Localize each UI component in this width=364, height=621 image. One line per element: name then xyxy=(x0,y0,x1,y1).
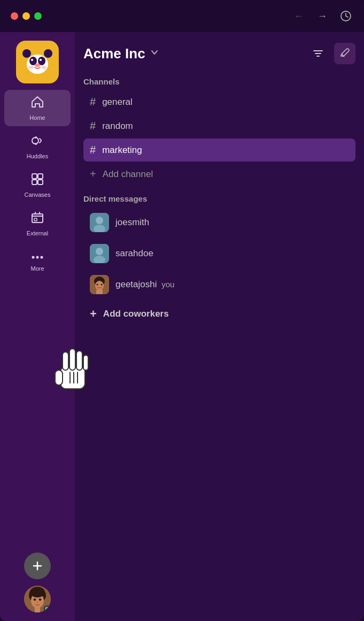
dm-section-label: Direct messages xyxy=(83,194,355,203)
svg-point-7 xyxy=(35,64,40,67)
svg-point-28 xyxy=(34,599,36,601)
workspace-dropdown-icon[interactable] xyxy=(150,48,159,60)
channel-panel: Acme Inc xyxy=(75,32,364,621)
compose-button[interactable] xyxy=(334,43,355,64)
workspace-icon[interactable] xyxy=(16,41,59,83)
hash-icon-random: # xyxy=(90,120,96,132)
svg-rect-16 xyxy=(38,180,43,185)
sidebar-item-more[interactable]: More xyxy=(4,244,71,277)
svg-point-11 xyxy=(41,66,47,69)
dm-avatar-joesmith xyxy=(90,213,109,232)
svg-rect-18 xyxy=(34,218,37,221)
canvases-icon xyxy=(30,172,44,189)
sidebar-item-home[interactable]: Home xyxy=(4,90,71,126)
app-window: ← → xyxy=(0,0,364,621)
traffic-light-red[interactable] xyxy=(11,12,18,20)
traffic-light-yellow[interactable] xyxy=(22,12,30,20)
history-button[interactable] xyxy=(338,9,353,24)
dm-item-joesmith[interactable]: joesmith xyxy=(83,208,355,237)
channel-name-general: general xyxy=(102,97,133,108)
filter-button[interactable] xyxy=(307,43,329,64)
external-icon xyxy=(30,211,44,228)
svg-point-30 xyxy=(37,602,38,603)
traffic-lights xyxy=(11,12,42,20)
sidebar-label-more: More xyxy=(30,265,44,272)
svg-point-27 xyxy=(30,587,45,597)
app-content: Home Huddles xyxy=(0,32,364,621)
add-channel-item[interactable]: + Add channel xyxy=(83,163,355,186)
sidebar-item-canvases[interactable]: Canvases xyxy=(4,167,71,203)
svg-point-21 xyxy=(41,256,43,259)
user-avatar[interactable] xyxy=(24,586,51,612)
svg-rect-13 xyxy=(32,174,37,179)
add-coworkers-icon: + xyxy=(90,307,97,321)
nav-forward-button[interactable]: → xyxy=(315,9,330,24)
dm-name-sarahdoe: sarahdoe xyxy=(115,248,153,259)
header-actions xyxy=(307,43,355,64)
svg-rect-46 xyxy=(96,290,103,294)
channels-section-label: Channels xyxy=(83,77,355,86)
title-bar: ← → xyxy=(0,0,364,32)
add-channel-label: Add channel xyxy=(103,169,153,180)
svg-point-20 xyxy=(36,256,39,259)
home-icon xyxy=(30,95,44,112)
sidebar: Home Huddles xyxy=(0,32,75,621)
svg-point-43 xyxy=(95,281,104,290)
workspace-header: Acme Inc xyxy=(83,43,355,64)
svg-point-39 xyxy=(96,248,103,255)
sidebar-label-canvases: Canvases xyxy=(25,191,51,198)
nav-back-button[interactable]: ← xyxy=(291,9,306,24)
sidebar-label-huddles: Huddles xyxy=(27,153,48,159)
add-coworkers-item[interactable]: + Add coworkers xyxy=(83,302,355,326)
you-badge: you xyxy=(161,280,174,289)
svg-point-5 xyxy=(31,59,33,61)
sidebar-label-home: Home xyxy=(29,114,45,121)
svg-rect-31 xyxy=(35,607,40,612)
svg-rect-15 xyxy=(32,180,37,185)
nav-controls: ← → xyxy=(291,9,353,24)
channel-item-marketing[interactable]: # marketing xyxy=(83,139,355,162)
hash-icon-general: # xyxy=(90,96,96,108)
svg-point-36 xyxy=(96,217,103,224)
add-coworkers-label: Add coworkers xyxy=(103,309,169,319)
add-channel-icon: + xyxy=(90,168,96,180)
svg-point-6 xyxy=(40,59,42,61)
svg-point-45 xyxy=(101,284,103,286)
channel-item-general[interactable]: # general xyxy=(83,90,355,113)
more-icon xyxy=(30,249,44,263)
traffic-light-green[interactable] xyxy=(34,12,42,20)
huddles-icon xyxy=(30,134,44,151)
svg-point-10 xyxy=(28,66,34,69)
hash-icon-marketing: # xyxy=(90,144,96,156)
svg-point-44 xyxy=(97,284,98,286)
svg-point-8 xyxy=(22,49,31,58)
dm-name-geetajoshi: geetajoshi you xyxy=(115,279,174,290)
channel-item-random[interactable]: # random xyxy=(83,114,355,137)
svg-point-19 xyxy=(32,256,35,259)
svg-rect-14 xyxy=(38,174,43,179)
sidebar-label-external: External xyxy=(27,230,48,236)
workspace-title: Acme Inc xyxy=(83,45,145,62)
dm-avatar-sarahdoe xyxy=(90,244,109,263)
dm-name-joesmith: joesmith xyxy=(115,217,149,228)
svg-rect-17 xyxy=(32,214,43,223)
workspace-title-area[interactable]: Acme Inc xyxy=(83,45,159,62)
online-status-dot xyxy=(44,605,50,612)
dm-avatar-geetajoshi xyxy=(90,275,109,294)
channel-name-random: random xyxy=(102,121,133,132)
dm-item-sarahdoe[interactable]: sarahdoe xyxy=(83,239,355,269)
sidebar-item-huddles[interactable]: Huddles xyxy=(4,128,71,165)
svg-point-9 xyxy=(44,49,52,58)
sidebar-item-external[interactable]: External xyxy=(4,205,71,242)
sidebar-bottom xyxy=(4,553,71,612)
svg-point-29 xyxy=(39,599,42,601)
channel-name-marketing: marketing xyxy=(102,145,142,156)
dm-item-geetajoshi[interactable]: geetajoshi you xyxy=(83,270,355,300)
add-workspace-button[interactable] xyxy=(24,553,51,579)
